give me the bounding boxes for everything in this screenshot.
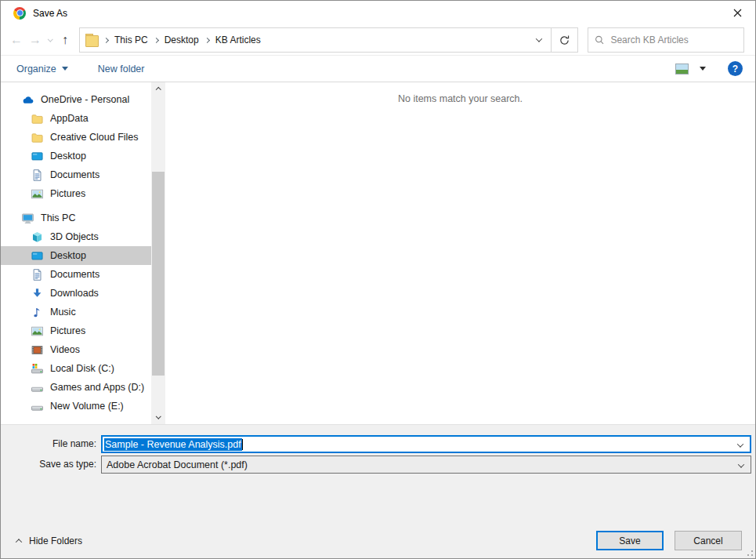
chrome-icon [13,7,26,20]
sidebar-item-label: New Volume (E:) [50,401,124,412]
desktop-icon [31,150,44,163]
sidebar-item-desktop[interactable]: Desktop [1,246,151,265]
sidebar-item-label: Pictures [50,325,85,336]
save-as-type-select[interactable]: Adobe Acrobat Document (*.pdf) [101,456,751,474]
sidebar-item-creative-cloud-files[interactable]: Creative Cloud Files [1,128,151,147]
help-icon[interactable]: ? [728,61,743,76]
chevron-right-icon [103,37,109,42]
back-button[interactable]: ← [7,30,26,50]
sidebar-item-local-disk-c[interactable]: Local Disk (C:) [1,359,151,378]
toolbar-right-group: ? [675,61,743,76]
breadcrumb-kb-articles[interactable]: KB Articles [210,28,266,52]
refresh-icon [559,34,570,46]
sidebar-item-desktop[interactable]: Desktop [1,147,151,165]
breadcrumb-separator[interactable] [103,38,109,42]
file-name-dropdown-button[interactable] [738,439,750,450]
drive-icon [31,381,44,394]
organize-label: Organize [16,64,56,74]
search-box[interactable] [588,27,744,53]
sidebar-item-pictures[interactable]: Pictures [1,184,151,203]
sidebar-item-label: Creative Cloud Files [50,132,139,143]
recent-locations-button[interactable] [45,30,56,50]
save-as-dialog: Save As ← → ↑ This PC Desktop KB Article… [0,0,756,559]
sidebar-item-documents[interactable]: Documents [1,265,151,284]
picture-icon [31,187,44,201]
up-button[interactable]: ↑ [56,30,74,50]
sidebar-item-label: Documents [50,169,99,180]
address-bar[interactable]: This PC Desktop KB Articles [79,27,552,53]
file-name-label: File name: [1,435,96,453]
scroll-up-icon[interactable] [151,82,165,96]
breadcrumb-separator[interactable] [204,38,210,42]
save-button[interactable]: Save [596,531,664,550]
view-dropdown-icon[interactable] [700,67,706,71]
dialog-footer: File name: Sample - Revenue Analysis.pdf… [1,424,755,558]
sidebar-item-label: Music [50,307,76,318]
scroll-down-icon[interactable] [151,411,165,424]
file-name-input[interactable]: Sample - Revenue Analysis.pdf [101,435,751,453]
breadcrumb-this-pc[interactable]: This PC [109,28,154,52]
drive-icon [31,400,44,413]
drive-windows-icon [31,362,44,376]
sidebar-item-games-and-apps-d[interactable]: Games and Apps (D:) [1,378,151,397]
scrollbar-thumb[interactable] [152,172,165,376]
video-icon [31,343,44,357]
chevron-down-icon [737,441,743,447]
new-folder-label: New folder [98,64,145,74]
hide-folders-button[interactable]: Hide Folders [16,531,82,550]
search-input[interactable] [610,34,737,45]
new-folder-button[interactable]: New folder [98,64,145,74]
change-view-icon[interactable] [675,64,689,74]
close-icon [733,9,742,17]
save-as-type-dropdown-button[interactable] [739,459,751,470]
breadcrumb-desktop[interactable]: Desktop [159,28,204,52]
resize-grip[interactable] [745,548,753,556]
sidebar-scrollbar[interactable] [151,82,165,424]
chevron-right-icon [204,37,210,42]
empty-message: No items match your search. [165,82,755,104]
computer-icon [21,212,34,225]
sidebar-item-label: Documents [50,269,99,280]
sidebar-item-new-volume-e[interactable]: New Volume (E:) [1,397,151,416]
sidebar-item-label: This PC [41,212,75,223]
organize-button[interactable]: Organize [16,64,68,74]
cancel-button[interactable]: Cancel [675,531,742,550]
hide-folders-label: Hide Folders [29,535,82,546]
file-list-area[interactable]: No items match your search. [165,82,755,424]
cube-icon [31,230,44,244]
sidebar-item-label: AppData [50,113,89,124]
document-icon [31,268,44,281]
refresh-button[interactable] [552,27,578,53]
text-caret [242,439,243,450]
chevron-down-icon [156,414,161,419]
window-title: Save As [33,8,67,19]
sidebar-item-label: Downloads [50,288,99,299]
sidebar-item-music[interactable]: Music [1,303,151,321]
music-icon [31,306,44,319]
search-icon [595,34,604,45]
chevron-down-icon [536,35,542,42]
command-toolbar: Organize New folder ? [1,55,755,82]
sidebar-item-3d-objects[interactable]: 3D Objects [1,227,151,246]
save-as-type-label: Save as type: [1,456,96,474]
chevron-down-icon [738,461,744,467]
sidebar-item-label: OneDrive - Personal [41,94,129,105]
sidebar-item-label: Local Disk (C:) [50,363,114,374]
folder-icon [31,131,44,144]
breadcrumb-separator[interactable] [154,38,159,42]
sidebar-item-onedrive-personal[interactable]: OneDrive - Personal [1,90,151,109]
sidebar-item-this-pc[interactable]: This PC [1,209,151,227]
close-button[interactable] [720,1,755,25]
folder-icon [31,112,44,125]
address-dropdown-button[interactable] [527,28,551,52]
sidebar-item-videos[interactable]: Videos [1,340,151,359]
forward-button[interactable]: → [26,30,45,50]
sidebar-item-pictures[interactable]: Pictures [1,321,151,340]
navigation-bar: ← → ↑ This PC Desktop KB Articles [1,25,755,55]
cloud-icon [21,93,34,107]
sidebar-item-label: Pictures [50,188,85,199]
sidebar-item-downloads[interactable]: Downloads [1,284,151,303]
save-as-type-value: Adobe Acrobat Document (*.pdf) [107,459,248,470]
sidebar-item-documents[interactable]: Documents [1,165,151,184]
sidebar-item-appdata[interactable]: AppData [1,109,151,128]
